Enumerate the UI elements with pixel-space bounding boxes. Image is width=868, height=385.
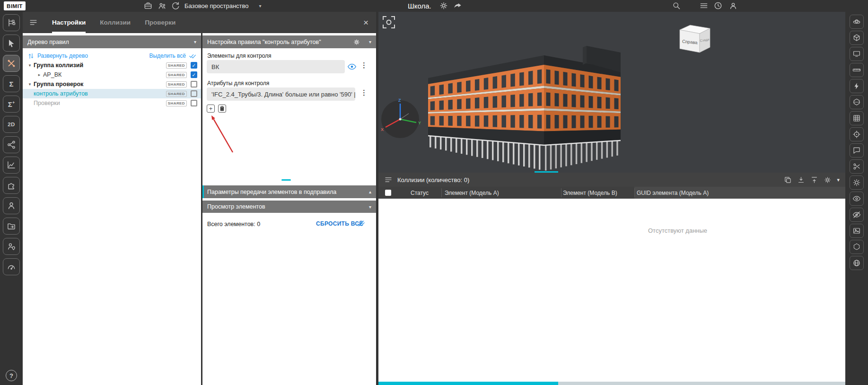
chevron-up-icon[interactable]: ▴ — [369, 189, 371, 194]
chevron-down-icon[interactable]: ▾ — [194, 39, 196, 44]
elements-menu-icon[interactable]: ⋮ — [360, 61, 368, 69]
column-element-b[interactable]: Элемент (Модель B) — [563, 187, 617, 199]
select-cursor-icon[interactable] — [3, 35, 20, 52]
collaboration-icon[interactable] — [158, 1, 167, 10]
import-icon[interactable] — [797, 176, 805, 184]
paste-attribute-button[interactable] — [218, 105, 226, 113]
model-tree-icon[interactable] — [3, 14, 20, 31]
users-icon[interactable] — [3, 197, 20, 214]
show-elements-icon[interactable] — [850, 192, 864, 206]
rule-gear-icon[interactable] — [353, 38, 360, 46]
sum-plus-tool-icon[interactable]: Σ+ — [3, 96, 20, 113]
upload-icon[interactable] — [810, 176, 818, 184]
column-guid[interactable]: GUID элемента (Модель A) — [637, 187, 709, 199]
export-icon[interactable] — [3, 218, 20, 235]
chevron-down-icon[interactable]: ▾ — [26, 82, 33, 87]
toolbox-icon[interactable] — [143, 1, 153, 10]
checkbox-checked[interactable]: ✓ — [191, 62, 197, 69]
tree-panel-header[interactable]: Дерево правил ▾ — [23, 35, 201, 48]
column-element-a[interactable]: Элемент (Модель A) — [445, 187, 499, 199]
tree-row-check-group[interactable]: ▾ Группа проверок SHARED — [23, 79, 201, 89]
workspace-selector[interactable]: Базовое пространство ▾ — [184, 0, 262, 12]
collisions-tool-icon[interactable] — [3, 55, 20, 72]
sync-icon[interactable] — [171, 1, 180, 10]
plugins-icon[interactable] — [3, 177, 20, 194]
checkbox-unchecked[interactable] — [191, 90, 197, 97]
elements-input[interactable]: ВК — [207, 60, 345, 73]
sun-icon[interactable] — [850, 175, 864, 190]
chevron-right-icon[interactable]: ▸ — [36, 72, 43, 77]
reset-all-link[interactable]: СБРОСИТЬ ВСЁ — [316, 220, 363, 227]
orbit-icon[interactable] — [850, 15, 864, 29]
expand-tree-link[interactable]: Развернуть дерево — [37, 52, 88, 59]
tab-collisions[interactable]: Коллизии — [100, 12, 131, 33]
collisions-menu-icon[interactable] — [384, 175, 393, 184]
checkbox-unchecked[interactable] — [191, 81, 197, 88]
quick-clash-icon[interactable] — [850, 79, 864, 93]
chevron-down-icon[interactable]: ▾ — [369, 39, 371, 44]
table-settings-icon[interactable] — [824, 176, 832, 184]
project-settings-icon[interactable] — [439, 1, 448, 10]
transfer-section-bar[interactable]: Параметры передачи элементов в подправил… — [202, 185, 376, 198]
section-cut-icon[interactable] — [850, 159, 864, 174]
tab-checks[interactable]: Проверки — [145, 12, 175, 33]
select-all-checkbox[interactable] — [385, 190, 391, 196]
tree-row-collision-group[interactable]: ▾ Группа коллизий SHARED ✓ — [23, 61, 201, 70]
collapse-panel-icon[interactable]: ▾ — [837, 177, 840, 183]
history-icon[interactable] — [713, 1, 723, 10]
storey-table-icon[interactable] — [850, 111, 864, 125]
column-status[interactable]: Статус — [411, 187, 429, 199]
checkbox-unchecked[interactable] — [191, 100, 197, 106]
close-panel-icon[interactable]: × — [363, 18, 368, 27]
tree-row-attribute-control[interactable]: контроль атрибутов SHARED — [23, 89, 201, 98]
sum-tool-icon[interactable]: Σ — [3, 75, 20, 92]
view-section-bar[interactable]: Просмотр элементов ▾ — [202, 201, 376, 213]
ghost-mode-icon[interactable] — [850, 240, 864, 254]
caret-down-icon: ▾ — [259, 3, 262, 9]
attributes-input[interactable]: 'IFC_2.4_Трубы/3. Длина' больше или равн… — [207, 88, 355, 101]
empty-table-message: Отсутствуют данные — [648, 227, 707, 234]
collisions-title: Коллизии (количество: 0) — [397, 176, 469, 184]
globe-section-icon[interactable] — [850, 256, 864, 270]
column-divider — [561, 188, 561, 197]
screens-icon[interactable] — [850, 47, 864, 61]
section-box-icon[interactable] — [850, 95, 864, 109]
comments-icon[interactable] — [850, 143, 864, 158]
measure-icon[interactable] — [850, 63, 864, 77]
attributes-value: 'IFC_2.4_Трубы/3. Длина' больше или равн… — [211, 91, 355, 98]
panel-resize-handle[interactable] — [281, 179, 291, 181]
tree-row-checks[interactable]: Проверки SHARED — [23, 98, 201, 108]
checkbox-checked[interactable]: ✓ — [191, 71, 197, 78]
panel-menu-icon[interactable] — [29, 18, 38, 27]
tab-settings[interactable]: Настройки — [52, 12, 86, 33]
view-2d-icon[interactable]: 2D — [3, 116, 20, 133]
background-image-icon[interactable] — [850, 224, 864, 238]
eye-icon[interactable] — [347, 62, 357, 71]
building-model[interactable] — [428, 46, 621, 171]
scheme-icon[interactable] — [3, 136, 20, 153]
nav-cube[interactable]: Справа Сзади — [680, 25, 710, 52]
viewport-3d[interactable]: Z X Y Справа Сзади Коллизии (количество:… — [378, 12, 845, 385]
charts-icon[interactable] — [3, 157, 20, 174]
user-location-icon[interactable] — [3, 238, 20, 255]
axis-gizmo[interactable]: Z X Y — [381, 98, 421, 138]
select-all-link[interactable]: Выделить всё — [149, 52, 186, 59]
dashboard-icon[interactable] — [3, 258, 20, 275]
focus-icon[interactable] — [850, 127, 864, 141]
duplicate-icon[interactable] — [784, 176, 792, 184]
share-icon[interactable] — [453, 1, 463, 10]
hide-elements-icon[interactable] — [850, 208, 864, 222]
add-attribute-button[interactable]: + — [207, 105, 215, 113]
cube-view-icon[interactable] — [850, 31, 864, 45]
account-icon[interactable] — [728, 1, 738, 10]
search-icon[interactable] — [672, 1, 681, 10]
rule-panel-header[interactable]: Настройка правила "контроль атрибутов" ▾ — [202, 35, 376, 48]
menu-icon[interactable] — [699, 1, 709, 10]
chevron-down-icon[interactable]: ▾ — [369, 204, 371, 210]
help-icon[interactable]: ? — [6, 370, 17, 381]
selection-mode-icon[interactable] — [383, 17, 395, 28]
tree-row-ar-vk[interactable]: ▸ АР_ВК SHARED ✓ — [23, 70, 201, 79]
attributes-menu-icon[interactable]: ⋮ — [360, 89, 368, 96]
deselect-all-icon[interactable] — [357, 219, 365, 228]
chevron-down-icon[interactable]: ▾ — [26, 63, 33, 68]
